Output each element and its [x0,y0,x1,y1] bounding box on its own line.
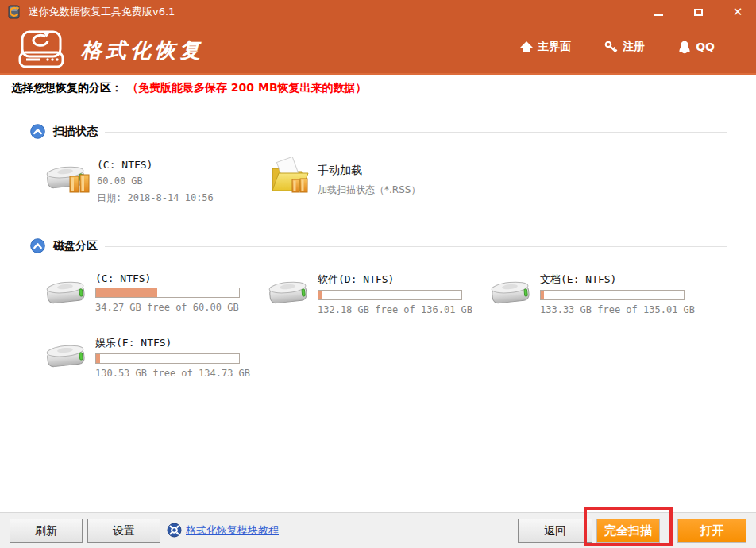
partition-free-text: 130.53 GB free of 134.73 GB [95,368,250,379]
tutorial-link-group[interactable]: 格式化恢复模块教程 [167,523,279,538]
partitions-section-header: 磁盘分区 [30,238,98,253]
manual-load-subtitle: 加载扫描状态（*.RSS） [318,183,420,197]
manual-load-item[interactable]: 手动加载 加载扫描状态（*.RSS） [268,157,483,206]
section-divider [105,246,727,247]
nav-qq[interactable]: QQ [678,41,715,54]
maximize-icon [694,9,703,16]
app-icon [6,4,22,20]
footer-bar: 刷新 设置 格式化恢复模块教程 返回 完全扫描 打开 [0,512,756,548]
partition-label: 文档(E: NTFS) [540,272,695,287]
hard-drive-icon [491,277,530,314]
usage-bar-fill [318,291,322,299]
key-icon [604,41,618,54]
instruction-line: 选择您想恢复的分区：（免费版能最多保存 200 MB恢复出来的数据） [11,81,367,95]
nav-label: 注册 [623,40,645,54]
header-nav: 主界面 注册 QQ [520,40,715,54]
home-icon [520,41,533,53]
scan-item-size: 60.00 GB [97,176,214,187]
hard-drive-icon [46,277,86,314]
tutorial-link[interactable]: 格式化恢复模块教程 [186,523,279,538]
usage-bar [95,288,240,298]
close-icon: ✕ [733,6,743,18]
usage-bar-fill [96,288,157,297]
partition-d[interactable]: 软件(D: NTFS) 132.18 GB free of 136.01 GB [268,272,497,322]
settings-button[interactable]: 设置 [87,519,160,543]
partition-free-text: 34.27 GB free of 60.00 GB [95,302,240,313]
open-button[interactable]: 打开 [677,519,746,543]
partition-free-text: 132.18 GB free of 136.01 GB [318,304,472,315]
partition-label: (C: NTFS) [95,272,240,284]
back-button[interactable]: 返回 [518,519,592,543]
title-bar: 迷你兔数据恢复工具免费版v6.1 ✕ [0,0,756,24]
section-divider [105,132,727,133]
scan-item-date: 日期: 2018-8-14 10:56 [97,191,214,205]
qq-icon [678,41,691,54]
page-title: 格式化恢复 [81,37,204,64]
scan-status-item[interactable]: (C: NTFS) 60.00 GB 日期: 2018-8-14 10:56 [46,157,260,206]
section-title: 磁盘分区 [53,239,98,253]
usage-bar [318,290,462,300]
free-limit-notice: （免费版能最多保存 200 MB恢复出来的数据） [127,81,367,94]
drive-recovery-logo-icon [16,29,67,75]
full-scan-button[interactable]: 完全扫描 [596,519,660,543]
hard-drive-icon [46,341,86,377]
minimize-icon [654,14,663,16]
scan-item-label: (C: NTFS) [97,159,214,171]
partition-f[interactable]: 娱乐(F: NTFS) 130.53 GB free of 134.73 GB [46,336,275,385]
manual-load-title: 手动加载 [318,164,420,178]
open-folder-icon [268,157,311,200]
partition-e[interactable]: 文档(E: NTFS) 133.33 GB free of 135.01 GB [491,272,719,322]
nav-label: 主界面 [538,40,571,54]
collapse-chevron-icon[interactable] [30,124,45,139]
close-button[interactable]: ✕ [727,2,748,22]
scan-status-section-header: 扫描状态 [30,124,98,139]
nav-label: QQ [696,41,715,53]
maximize-button[interactable] [688,2,708,22]
nav-main-interface[interactable]: 主界面 [520,40,571,54]
hard-drive-icon [268,277,308,314]
header: 格式化恢复 主界面 注册 QQ [0,24,756,75]
usage-bar-fill [541,291,544,299]
refresh-button[interactable]: 刷新 [10,519,83,543]
help-ring-icon [167,523,182,538]
minimize-button[interactable] [648,2,669,22]
drive-with-files-icon [46,160,92,203]
instruction-prefix: 选择您想恢复的分区： [11,81,122,94]
usage-bar [540,290,685,300]
partition-free-text: 133.33 GB free of 135.01 GB [540,304,695,315]
partition-label: 娱乐(F: NTFS) [95,336,250,350]
usage-bar-fill [96,354,100,363]
window-title: 迷你兔数据恢复工具免费版v6.1 [29,5,175,19]
nav-register[interactable]: 注册 [604,40,645,54]
section-title: 扫描状态 [53,125,98,139]
partition-c[interactable]: (C: NTFS) 34.27 GB free of 60.00 GB [46,272,275,322]
usage-bar [95,353,240,364]
collapse-chevron-icon[interactable] [30,238,45,253]
partition-label: 软件(D: NTFS) [318,272,472,287]
